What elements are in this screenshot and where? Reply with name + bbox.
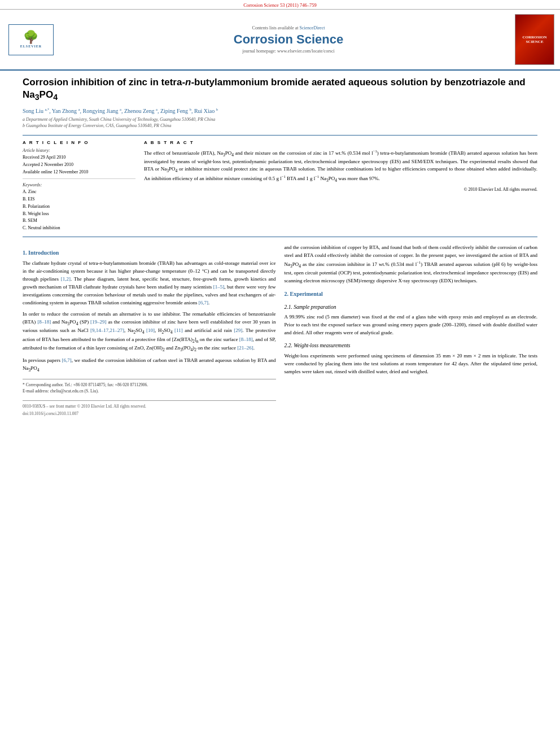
sciencedirect-link[interactable]: ScienceDirect [300,25,325,30]
keyword-zinc: A. Zinc [23,189,135,196]
journal-citation: Corrosion Science 53 (2011) 746–759 [243,2,317,8]
section1-para3: In previous papers [6,7], we studied the… [23,357,276,373]
logo-inner: 🌳 ELSEVIER [20,31,42,48]
main-body: 1. Introduction The clathrate hydrate cr… [23,244,537,417]
elsevier-logo: 🌳 ELSEVIER [6,24,56,55]
contents-line: Contents lists available at ScienceDirec… [62,25,515,30]
footnote-email: E-mail address: cheliu@scut.edu.cn (S. L… [23,388,276,394]
tree-icon: 🌳 [20,31,42,43]
section2-heading: 2. Experimental [285,290,538,299]
keywords-label: Keywords: [23,182,135,187]
header-center: Contents lists available at ScienceDirec… [62,25,515,54]
article-content: Corrosion inhibition of zinc in tetra-n-… [0,71,560,423]
section1-para2: In order to reduce the corrosion of meta… [23,311,276,353]
received-date: Received 29 April 2010 [23,154,135,160]
logo-box: 🌳 ELSEVIER [8,24,54,55]
affiliation-a: a Department of Applied Chemistry, South… [23,116,537,123]
section1-right-para1: and the corrosion inhibition of copper b… [285,244,538,285]
cover-title: CORROSION SCIENCE [517,35,552,45]
elsevier-wordmark: ELSEVIER [20,45,42,48]
available-date: Available online 12 November 2010 [23,169,135,175]
keyword-sem: B. SEM [23,217,135,225]
bottom-bar: 0010-938X/$ – see front matter © 2010 El… [23,400,276,410]
abstract-text: The effect of benzotriazole (BTA), Na3PO… [144,148,537,184]
info-abstract-section: A R T I C L E I N F O Article history: R… [23,135,537,237]
accepted-date: Accepted 2 November 2010 [23,161,135,168]
section2-para2: Weight-loss experiments were performed u… [285,352,538,376]
keyword-polarization: B. Polarization [23,203,135,211]
article-info: A R T I C L E I N F O Article history: R… [23,140,135,232]
doi-line: doi:10.1016/j.corsci.2010.11.007 [23,410,276,417]
history-label: Article history: [23,148,135,153]
section1-heading: 1. Introduction [23,248,276,257]
subsection2-2: 2.2. Weight-loss measurements [285,342,538,350]
keywords-list: A. Zinc B. EIS B. Polarization B. Weight… [23,189,135,232]
affiliation-b: b Guangzhou Institute of Energy Conversi… [23,123,537,129]
footnote-area: * Corresponding author. Tel.: +86 020 87… [23,379,276,395]
article-info-title: A R T I C L E I N F O [23,140,135,145]
keyword-eis: B. EIS [23,196,135,203]
keyword-weightloss: B. Weight loss [23,211,135,218]
issn-line: 0010-938X/$ – see front matter © 2010 El… [23,403,146,410]
subsection2-1: 2.1. Sample preparation [285,303,538,312]
keyword-neutral: C. Neutral inhibition [23,225,135,232]
copyright-line: © 2010 Elsevier Ltd. All rights reserved… [144,187,537,192]
section2-para1: A 99.99% zinc rod (5 mm diameter) was fi… [285,313,538,337]
journal-citation-bar: Corrosion Science 53 (2011) 746–759 [0,0,560,10]
column-left: 1. Introduction The clathrate hydrate cr… [23,244,276,417]
journal-homepage: journal homepage: www.elsevier.com/locat… [62,49,515,54]
journal-header: 🌳 ELSEVIER Contents lists available at S… [0,10,560,71]
section1-para1: The clathrate hydrate crystal of tetra-n… [23,260,276,307]
column-right: and the corrosion inhibition of copper b… [285,244,538,417]
journal-title: Corrosion Science [62,32,515,47]
article-title: Corrosion inhibition of zinc in tetra-n-… [23,76,537,103]
abstract-area: A B S T R A C T The effect of benzotriaz… [144,140,537,232]
info-divider [23,178,135,179]
affiliations: a Department of Applied Chemistry, South… [23,116,537,129]
authors: Song Liu a,*, Yan Zhong a, Rongying Jian… [23,107,537,114]
journal-cover: CORROSION SCIENCE [515,14,554,65]
abstract-title: A B S T R A C T [144,140,537,145]
footnote-corresponding: * Corresponding author. Tel.: +86 020 87… [23,382,276,388]
